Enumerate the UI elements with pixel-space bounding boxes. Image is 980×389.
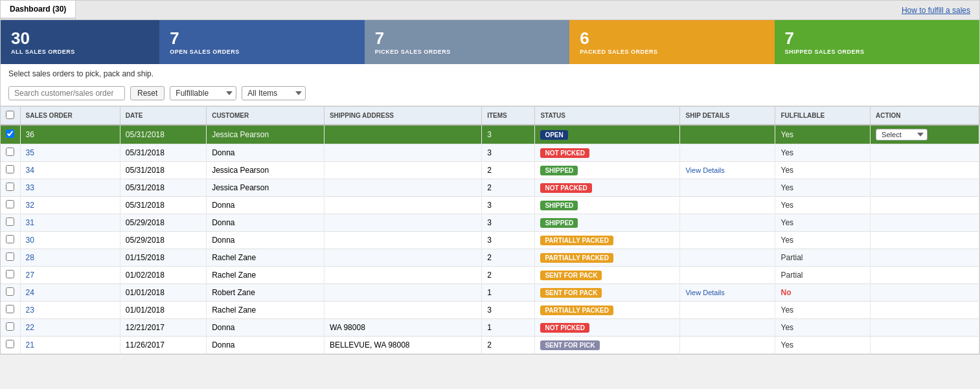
ship-details-11: [680, 319, 775, 337]
order-link-9[interactable]: 24: [26, 288, 34, 297]
order-link-12[interactable]: 21: [26, 340, 34, 350]
checkbox-input-8[interactable]: [6, 270, 14, 278]
checkbox-input-1[interactable]: [6, 148, 14, 156]
items-count-3: 2: [482, 179, 535, 197]
status-badge-1: NOT PICKED: [540, 148, 589, 158]
row-checkbox-8[interactable]: [1, 267, 20, 284]
table-row: 2401/01/2018Robert Zane1SENT FOR PACKVie…: [1, 284, 979, 302]
checkbox-input-7[interactable]: [6, 252, 14, 261]
checkbox-input-9[interactable]: [6, 287, 14, 296]
row-checkbox-10[interactable]: [1, 302, 20, 319]
checkbox-input-5[interactable]: [6, 217, 14, 226]
shipping-address-12: BELLEVUE, WA 98008: [324, 337, 481, 354]
row-checkbox-4[interactable]: [1, 197, 20, 214]
order-link-6[interactable]: 30: [26, 236, 34, 245]
status-8: SENT FOR PACK: [535, 267, 680, 284]
row-checkbox-2[interactable]: [1, 162, 20, 179]
status-badge-5: SHIPPED: [540, 218, 578, 228]
row-checkbox-0[interactable]: [1, 125, 20, 144]
order-number-9[interactable]: 24: [20, 284, 120, 302]
items-count-1: 3: [482, 144, 535, 162]
status-1: NOT PICKED: [535, 144, 680, 162]
row-checkbox-6[interactable]: [1, 232, 20, 249]
order-date-9: 01/01/2018: [120, 284, 206, 302]
order-link-5[interactable]: 31: [26, 218, 34, 227]
order-number-3[interactable]: 33: [20, 179, 120, 197]
row-checkbox-5[interactable]: [1, 214, 20, 232]
order-date-4: 05/31/2018: [120, 197, 206, 214]
status-12: SENT FOR PICK: [535, 337, 680, 354]
toolbar: Reset FulfillableNot FulfillableAll All …: [1, 81, 979, 106]
ship-details-9[interactable]: View Details: [680, 284, 775, 302]
summary-card-2: 7 PICKED SALES ORDERS: [365, 20, 569, 64]
row-checkbox-1[interactable]: [1, 144, 20, 162]
search-input[interactable]: [8, 86, 125, 100]
order-date-8: 01/02/2018: [120, 267, 206, 284]
table-row: 2212/21/2017DonnaWA 980081NOT PICKEDYes: [1, 319, 979, 337]
row-checkbox-11[interactable]: [1, 319, 20, 337]
order-number-6[interactable]: 30: [20, 232, 120, 249]
row-checkbox-12[interactable]: [1, 337, 20, 354]
ship-details-3: [680, 179, 775, 197]
view-details-link-2[interactable]: View Details: [685, 166, 724, 174]
select-all-checkbox[interactable]: [6, 111, 14, 119]
items-count-12: 2: [482, 337, 535, 354]
nav-tab-0[interactable]: Dashboard (30): [1, 1, 76, 17]
action-1: [871, 144, 979, 162]
row-checkbox-7[interactable]: [1, 249, 20, 267]
order-link-2[interactable]: 34: [26, 166, 34, 175]
checkbox-input-11[interactable]: [6, 322, 14, 331]
summary-card-3: 6 PACKED SALES ORDERS: [569, 20, 774, 64]
view-details-link-9[interactable]: View Details: [685, 289, 724, 296]
nav-tabs: Dashboard (30)Pick (17)Pack (18): [1, 1, 76, 19]
order-number-12[interactable]: 21: [20, 337, 120, 354]
order-number-10[interactable]: 23: [20, 302, 120, 319]
summary-num-1: 7: [170, 30, 354, 47]
checkbox-input-4[interactable]: [6, 200, 14, 208]
order-link-11[interactable]: 22: [26, 323, 34, 332]
reset-button[interactable]: Reset: [130, 86, 165, 100]
action-8: [871, 267, 979, 284]
order-link-3[interactable]: 33: [26, 183, 34, 192]
order-date-12: 11/26/2017: [120, 337, 206, 354]
ship-details-2[interactable]: View Details: [680, 162, 775, 179]
col-header-6: STATUS: [535, 107, 680, 126]
order-link-1[interactable]: 35: [26, 148, 34, 157]
order-link-4[interactable]: 32: [26, 201, 34, 210]
order-number-11[interactable]: 22: [20, 319, 120, 337]
summary-num-4: 7: [785, 30, 969, 47]
order-number-5[interactable]: 31: [20, 214, 120, 232]
checkbox-input-2[interactable]: [6, 165, 14, 173]
checkbox-input-3[interactable]: [6, 183, 14, 191]
order-number-2[interactable]: 34: [20, 162, 120, 179]
table-row: 3005/29/2018Donna3PARTIALLY PACKEDYes: [1, 232, 979, 249]
checkbox-input-12[interactable]: [6, 340, 14, 348]
customer-11: Donna: [207, 319, 325, 337]
help-link[interactable]: How to fulfill a sales: [893, 1, 979, 19]
order-number-4[interactable]: 32: [20, 197, 120, 214]
fulfillable-dropdown[interactable]: FulfillableNot FulfillableAll: [170, 86, 236, 100]
row-checkbox-9[interactable]: [1, 284, 20, 302]
order-number-8[interactable]: 27: [20, 267, 120, 284]
order-number-0[interactable]: 36: [20, 125, 120, 144]
all-items-dropdown[interactable]: All ItemsSpecific Item: [242, 86, 306, 100]
action-select-0[interactable]: SelectPickPackShip: [876, 129, 928, 140]
orders-table: SALES ORDERDATECUSTOMERSHIPPING ADDRESSI…: [1, 106, 979, 354]
row-checkbox-3[interactable]: [1, 179, 20, 197]
fulfillable-3: Yes: [775, 179, 871, 197]
order-link-10[interactable]: 23: [26, 306, 34, 315]
status-badge-11: NOT PICKED: [540, 323, 589, 333]
checkbox-input-6[interactable]: [6, 235, 14, 243]
col-header-1: SALES ORDER: [20, 107, 120, 126]
order-link-0[interactable]: 36: [26, 130, 34, 139]
status-6: PARTIALLY PACKED: [535, 232, 680, 249]
action-0[interactable]: SelectPickPackShip: [871, 125, 979, 144]
checkbox-input-10[interactable]: [6, 305, 14, 313]
table-row: 2701/02/2018Rachel Zane2SENT FOR PACKPar…: [1, 267, 979, 284]
order-number-1[interactable]: 35: [20, 144, 120, 162]
order-link-8[interactable]: 27: [26, 271, 34, 280]
col-header-3: CUSTOMER: [207, 107, 325, 126]
order-link-7[interactable]: 28: [26, 253, 34, 262]
checkbox-input-0[interactable]: [6, 129, 14, 138]
order-number-7[interactable]: 28: [20, 249, 120, 267]
